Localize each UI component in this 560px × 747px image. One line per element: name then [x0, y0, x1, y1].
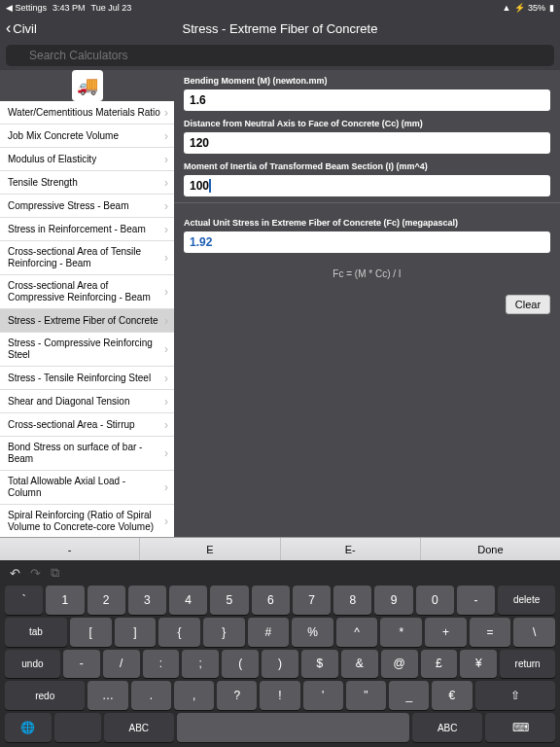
app-logo-icon: 🚚	[72, 70, 103, 101]
key[interactable]: }	[203, 618, 245, 647]
dismiss-keyboard-key[interactable]: ⌨	[485, 713, 555, 742]
key[interactable]: 8	[333, 586, 371, 615]
blank-key[interactable]	[54, 713, 101, 742]
sidebar-item[interactable]: Job Mix Concrete Volume›	[0, 124, 174, 148]
chevron-right-icon: ›	[164, 419, 168, 431]
key[interactable]: {	[158, 618, 200, 647]
key[interactable]: ,	[174, 681, 214, 710]
battery-icon: ▮	[549, 3, 554, 13]
accessory-key[interactable]: E-	[281, 538, 421, 560]
field-input[interactable]: 100	[184, 175, 550, 196]
sidebar-item[interactable]: Stress - Tensile Reinforcing Steel›	[0, 367, 174, 390]
undo-icon[interactable]: ↶	[10, 566, 20, 581]
key[interactable]: 6	[252, 586, 290, 615]
sidebar-item[interactable]: Cross-sectional Area of Compressive Rein…	[0, 275, 174, 309]
clear-button[interactable]: Clear	[506, 295, 550, 314]
key[interactable]: )	[262, 650, 298, 679]
accessory-key[interactable]: E	[140, 538, 280, 560]
key[interactable]: 4	[169, 586, 207, 615]
key[interactable]: #	[248, 618, 290, 647]
sidebar-item[interactable]: Bond Stress on surface of bar - Beam›	[0, 437, 174, 471]
key[interactable]: £	[421, 650, 458, 679]
search-input[interactable]	[6, 45, 554, 66]
abc-key[interactable]: ABC	[104, 713, 174, 742]
sidebar-item-label: Job Mix Concrete Volume	[8, 130, 119, 142]
key[interactable]: =	[470, 618, 511, 647]
key[interactable]: 3	[128, 586, 166, 615]
key[interactable]: +	[425, 618, 467, 647]
sidebar-item[interactable]: Cross-sectional Area of Tensile Reinforc…	[0, 241, 174, 275]
key[interactable]: 0	[416, 586, 454, 615]
key[interactable]: ]	[115, 618, 157, 647]
chevron-right-icon: ›	[164, 130, 168, 142]
abc-key[interactable]: ABC	[412, 713, 482, 742]
key[interactable]: -	[63, 650, 100, 679]
chevron-right-icon: ›	[164, 154, 168, 165]
key[interactable]: [	[70, 618, 112, 647]
chevron-right-icon: ›	[164, 107, 168, 119]
accessory-key[interactable]: -	[0, 538, 140, 560]
key[interactable]: '	[303, 681, 343, 710]
key[interactable]: tab	[5, 618, 67, 647]
key[interactable]: 2	[88, 586, 125, 615]
chevron-right-icon: ›	[164, 224, 168, 235]
key[interactable]: `	[5, 586, 43, 615]
key[interactable]: \	[513, 618, 555, 647]
key[interactable]: €	[432, 681, 472, 710]
key[interactable]: 1	[46, 586, 84, 615]
sidebar-item[interactable]: Tensile Strength›	[0, 171, 174, 195]
sidebar-item[interactable]: Modulus of Elasticity›	[0, 148, 174, 171]
back-to-app[interactable]: ◀ Settings	[6, 3, 47, 13]
sidebar-item[interactable]: Water/Cementitious Materials Ratio›	[0, 101, 174, 124]
sidebar-item[interactable]: Total Allowable Axial Load - Column›	[0, 471, 174, 505]
sidebar-item[interactable]: Stress - Compressive Reinforcing Steel›	[0, 333, 174, 367]
space-key[interactable]	[177, 713, 410, 742]
field-input[interactable]: 1.6	[184, 89, 550, 111]
key[interactable]: *	[380, 618, 422, 647]
sidebar-item[interactable]: Stress - Extreme Fiber of Concrete›	[0, 309, 174, 333]
chevron-left-icon: ‹	[6, 19, 11, 37]
key[interactable]: .	[131, 681, 171, 710]
key[interactable]: !	[260, 681, 299, 710]
key[interactable]: /	[103, 650, 140, 679]
key[interactable]: ^	[336, 618, 378, 647]
sidebar-item[interactable]: Compressive Stress - Beam›	[0, 195, 174, 218]
field-label: Moment of Inertia of Transformed Beam Se…	[184, 161, 550, 171]
key[interactable]: 9	[374, 586, 412, 615]
key[interactable]: -	[457, 586, 495, 615]
sidebar-item-label: Bond Stress on surface of bar - Beam	[8, 442, 160, 465]
key[interactable]: (	[222, 650, 259, 679]
clipboard-icon[interactable]: ⧉	[51, 565, 59, 581]
key[interactable]: ;	[182, 650, 219, 679]
key[interactable]: @	[381, 650, 418, 679]
sidebar-item[interactable]: Shear and Diagonal Tension›	[0, 390, 174, 413]
sidebar-item-label: Cross-sectional Area of Tensile Reinforc…	[8, 246, 160, 269]
formula: Fc = (M * Cc) / I	[174, 253, 560, 295]
key[interactable]: return	[500, 650, 555, 679]
key[interactable]: $	[301, 650, 338, 679]
sidebar-item[interactable]: Cross-sectional Area - Stirrup›	[0, 413, 174, 437]
sidebar-item[interactable]: Spiral Reinforcing (Ratio of Spiral Volu…	[0, 505, 174, 537]
globe-key[interactable]: 🌐	[5, 713, 52, 742]
sidebar-item[interactable]: Stress in Reinforcement - Beam›	[0, 218, 174, 241]
redo-icon[interactable]: ↷	[30, 566, 41, 581]
key[interactable]: _	[389, 681, 429, 710]
key[interactable]: undo	[5, 650, 60, 679]
back-button[interactable]: ‹ Civil	[6, 19, 37, 37]
result-label: Actual Unit Stress in Extreme Fiber of C…	[174, 208, 560, 231]
nav-bar: ‹ Civil Stress - Extreme Fiber of Concre…	[0, 16, 560, 41]
key[interactable]: :	[143, 650, 180, 679]
key[interactable]: 5	[210, 586, 248, 615]
key[interactable]: &	[341, 650, 378, 679]
key[interactable]: delete	[498, 586, 555, 615]
key[interactable]: %	[292, 618, 333, 647]
key[interactable]: ¥	[460, 650, 497, 679]
key[interactable]: 7	[293, 586, 331, 615]
key[interactable]: redo	[5, 681, 85, 710]
key[interactable]: …	[88, 681, 127, 710]
key[interactable]: ?	[217, 681, 257, 710]
key[interactable]: "	[346, 681, 386, 710]
field-input[interactable]: 120	[184, 132, 550, 154]
accessory-key[interactable]: Done	[421, 538, 560, 560]
shift-key[interactable]: ⇧	[475, 681, 555, 710]
